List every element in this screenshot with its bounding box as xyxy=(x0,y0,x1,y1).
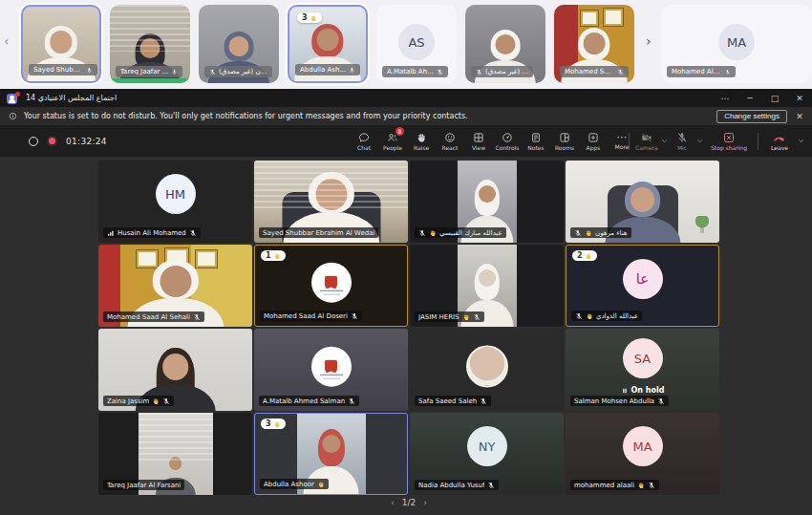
chat-button[interactable]: Chat xyxy=(352,126,376,156)
participant-name: Mohamed Saad Al Sehali xyxy=(103,311,204,322)
raised-hand-icon xyxy=(462,313,470,321)
tile-mohamed-saad-al-sehali[interactable]: Mohamed Saad Al Sehali xyxy=(98,245,252,327)
mic-muted-icon xyxy=(657,397,665,405)
controls-button[interactable]: Controls xyxy=(495,126,520,156)
raised-hand-badge: 3 xyxy=(297,12,322,23)
tile-jasim-heris[interactable]: JASIM HERIS xyxy=(410,245,564,327)
apps-button[interactable]: Apps xyxy=(581,126,606,156)
tile-abdulla-ashoor[interactable]: 3 Abdulla Ashoor xyxy=(254,413,408,495)
participant-name: A.Matalb Ahmed Salman xyxy=(259,396,359,406)
view-button[interactable]: View xyxy=(466,126,491,156)
react-icon xyxy=(444,132,456,143)
tile-mohamed-saad-al-doseri[interactable]: 1 Mohamed Saad Al Doseri xyxy=(254,245,408,327)
raised-hand-badge: 3 xyxy=(261,418,286,429)
mic-muted-icon xyxy=(676,132,688,143)
participant-name: Mohamed Saad Al Doseri xyxy=(260,311,362,321)
people-button[interactable]: People8 xyxy=(380,126,405,156)
thumbnail-unverified-1[interactable]: …ن (غير مصدق) xyxy=(199,5,279,83)
page-next-icon[interactable]: › xyxy=(423,498,427,507)
tile-sayed-shubbar[interactable]: Sayed Shubbar Ebrahim Al Wedai xyxy=(254,161,408,243)
participant-name: Abdulla Ashoor xyxy=(260,479,329,489)
mic-muted-icon xyxy=(193,313,201,321)
raise-hand-button[interactable]: Raise xyxy=(409,126,434,156)
thumbnail-unverified-2[interactable]: … (غير مصدق) xyxy=(465,5,545,83)
mic-muted-icon xyxy=(209,69,216,75)
raised-hand-icon xyxy=(310,14,317,22)
thumbnail-mohamed-sa[interactable]: Mohamed Sa... xyxy=(554,5,634,83)
camera-options-chevron-icon[interactable] xyxy=(660,137,669,145)
avatar: عا xyxy=(623,259,663,299)
meeting-timer: 01:32:24 xyxy=(66,137,107,146)
mic-muted-icon xyxy=(574,229,582,237)
raised-hand-icon xyxy=(585,229,592,237)
page-prev-icon[interactable]: ‹ xyxy=(391,498,395,507)
tile-salman-mohsen-abdulla[interactable]: SA On hold Salman Mohsen Abdulla xyxy=(566,329,719,411)
leave-options-chevron-icon[interactable] xyxy=(797,137,805,145)
avatar: MA xyxy=(718,24,755,60)
teams-app-icon xyxy=(7,93,18,104)
participant-name: هناء مرهون xyxy=(570,227,631,238)
thumbnail-sayed-shubb[interactable]: Sayed Shubb... xyxy=(21,5,101,83)
camera-button[interactable]: Camera xyxy=(634,126,659,156)
raised-hand-icon xyxy=(273,252,281,260)
organization-logo xyxy=(311,263,352,303)
tile-hanaa-marhoon[interactable]: هناء مرهون xyxy=(566,161,719,243)
network-signal-icon xyxy=(107,229,115,237)
rooms-icon xyxy=(559,132,570,143)
tile-amatalb-ahmed-salman[interactable]: A.Matalb Ahmed Salman xyxy=(254,329,408,411)
tile-husain-ali-mohamed[interactable]: HM Husain Ali Mohamed xyxy=(98,161,252,243)
gallery-pagination: ‹ 1/2 › xyxy=(371,498,447,507)
mic-muted-icon xyxy=(487,482,495,489)
window-maximize-button[interactable]: □ xyxy=(762,89,787,107)
window-minimize-button[interactable]: ─ xyxy=(737,89,762,107)
tile-abdulla-althawadi[interactable]: 2 عا عبدالله الذوادي xyxy=(566,245,719,327)
participant-name: عبدالله مبارك القبيسي xyxy=(415,227,506,238)
tile-tareq-jaafar-al-farsani[interactable]: Tareq Jaafar Al Farsani xyxy=(98,413,252,495)
avatar: NY xyxy=(467,426,507,466)
participant-name: عبدالله الذوادي xyxy=(571,311,642,321)
status-ring-icon xyxy=(29,137,38,146)
stop-sharing-icon xyxy=(723,132,735,143)
thumbnail-abdulla-ash[interactable]: 3 Abdulla Ash... xyxy=(288,5,368,83)
mic-options-chevron-icon[interactable] xyxy=(695,137,704,145)
leave-phone-icon xyxy=(774,132,785,143)
react-button[interactable]: React xyxy=(438,126,462,156)
leave-button[interactable]: Leave xyxy=(763,126,796,156)
thumbnail-amatalb[interactable]: AS A.Matalb Ah... xyxy=(376,5,457,83)
mic-muted-icon xyxy=(617,69,624,75)
strip-prev-icon[interactable]: ‹ xyxy=(4,34,10,48)
mic-muted-icon xyxy=(162,397,170,405)
participant-name: Salman Mohsen Abdulla xyxy=(570,396,669,406)
tile-abdulla-mubarak[interactable]: عبدالله مبارك القبيسي xyxy=(410,161,564,243)
mic-muted-icon xyxy=(348,397,355,405)
avatar: AS xyxy=(398,24,435,60)
mic-muted-icon xyxy=(437,69,443,75)
participant-thumbnail-strip: ‹ Sayed Shubb... Tareq Jaafar ... …ن (غي… xyxy=(0,0,812,89)
strip-next-icon[interactable]: › xyxy=(646,34,652,48)
notes-button[interactable]: Notes xyxy=(524,126,548,156)
participant-name: Sayed Shubb... xyxy=(29,64,97,75)
change-settings-button[interactable]: Change settings xyxy=(716,110,787,123)
participant-name: Sayed Shubbar Ebrahim Al Wedai xyxy=(259,227,378,238)
thumbnail-mohamed-alqassas[interactable]: MA Mohamed Alqassas xyxy=(661,5,812,83)
stop-sharing-button[interactable]: Stop sharing xyxy=(705,126,753,156)
tile-nadia-abdulla-yusuf[interactable]: NY Nadia Abdulla Yusuf xyxy=(410,413,564,495)
window-more-button[interactable]: ⋯ xyxy=(713,89,737,107)
video-grid-stage: HM Husain Ali Mohamed Sayed Shubbar Ebra… xyxy=(0,157,812,515)
camera-off-icon xyxy=(641,132,652,143)
tile-zaina-jassim[interactable]: Zaina Jassim xyxy=(98,329,252,411)
toolbar-divider xyxy=(758,133,759,150)
notification-close-icon[interactable]: ✕ xyxy=(787,112,812,121)
mic-muted-icon xyxy=(648,482,655,489)
participant-name: Zaina Jassim xyxy=(103,396,174,406)
tile-mohammed-alaali[interactable]: MA mohammed alaali xyxy=(566,413,719,495)
tile-safa-saeed-saleh[interactable]: Safa Saeed Saleh xyxy=(410,329,564,411)
thumbnail-tareq-jaafar[interactable]: Tareq Jaafar ... xyxy=(110,5,190,83)
participant-name: mohammed alaali xyxy=(570,480,659,490)
window-close-button[interactable]: ✕ xyxy=(787,89,812,107)
mic-muted-icon xyxy=(473,313,481,321)
mic-button[interactable]: Mic xyxy=(670,126,694,156)
window-title-bar: اجتماع المجلس الاعتيادي 14 ⋯ ─ □ ✕ xyxy=(0,89,812,107)
recording-indicator-icon xyxy=(47,136,57,146)
rooms-button[interactable]: Rooms xyxy=(552,126,577,156)
